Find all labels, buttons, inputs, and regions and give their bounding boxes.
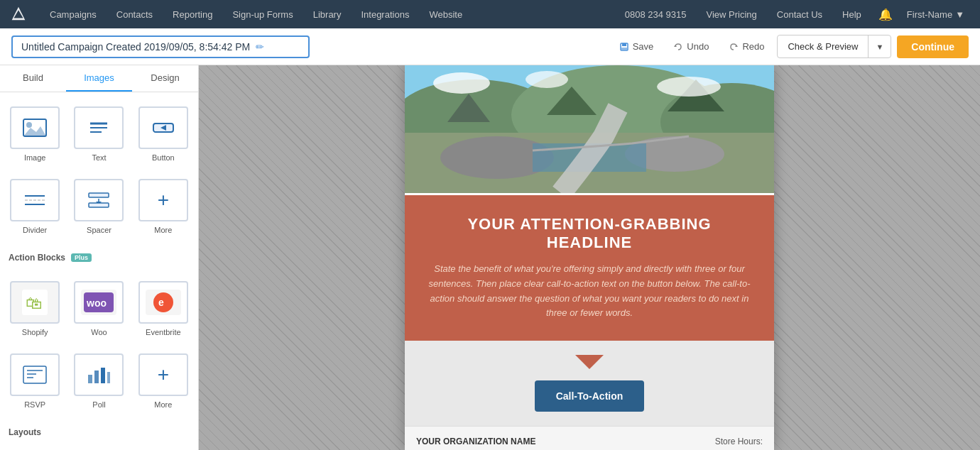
- block-text[interactable]: Text: [67, 98, 131, 170]
- sidebar-tabs: Build Images Design: [0, 65, 198, 92]
- bar-actions: Save Undo Redo Check & Preview ▼ Continu…: [612, 35, 969, 58]
- email-headline-block: YOUR ATTENTION-GRABBING HEADLINE State t…: [405, 195, 774, 341]
- divider-label: Divider: [23, 226, 47, 234]
- save-icon: [619, 42, 629, 52]
- action-blocks-label: Action Blocks: [9, 253, 65, 263]
- rsvp-label: RSVP: [24, 400, 45, 409]
- redo-icon: [729, 42, 739, 52]
- email-footer-block: YOUR ORGANIZATION NAME Store Hours:: [405, 426, 774, 450]
- redo-button[interactable]: Redo: [722, 37, 771, 56]
- image-label: Image: [24, 153, 46, 162]
- block-woo[interactable]: woo Woo: [67, 273, 131, 345]
- nav-right: 0808 234 9315 View Pricing Contact Us He…: [615, 0, 971, 28]
- email-cta-block: Call-To-Action: [405, 341, 774, 426]
- layouts-section: Layouts: [0, 423, 198, 441]
- block-spacer[interactable]: Spacer: [67, 170, 131, 243]
- poll-icon: [74, 353, 124, 396]
- divider-block-icon: [10, 179, 60, 221]
- action-block-grid: 🛍 Shopify woo Woo: [0, 267, 198, 423]
- eventbrite-label: Eventbrite: [146, 328, 181, 336]
- more-label: More: [154, 226, 172, 234]
- text-label: Text: [92, 153, 106, 162]
- nav-phone: 0808 234 9315: [615, 0, 697, 28]
- eventbrite-icon: e: [138, 281, 188, 324]
- user-menu[interactable]: First-Name ▼: [900, 9, 971, 20]
- block-more2[interactable]: + More: [131, 345, 195, 417]
- svg-rect-35: [94, 371, 99, 383]
- cta-button[interactable]: Call-To-Action: [535, 380, 645, 412]
- nav-website[interactable]: Website: [419, 0, 472, 28]
- more2-block-icon: +: [138, 353, 188, 396]
- undo-icon: [673, 42, 683, 52]
- canvas-area: YOUR ATTENTION-GRABBING HEADLINE State t…: [199, 65, 980, 450]
- layouts-label: Layouts: [9, 427, 41, 437]
- tab-design[interactable]: Design: [132, 65, 198, 92]
- nav-signup-forms[interactable]: Sign-up Forms: [222, 0, 303, 28]
- svg-rect-34: [88, 375, 92, 383]
- button-label: Button: [152, 153, 175, 162]
- more2-label: More: [154, 400, 172, 409]
- email-headline-body: State the benefit of what you're offerin…: [426, 262, 753, 321]
- rsvp-icon: [10, 353, 60, 396]
- block-rsvp[interactable]: RSVP: [3, 345, 67, 417]
- woo-icon: woo: [74, 281, 124, 324]
- check-preview-label[interactable]: Check & Preview: [778, 35, 869, 57]
- campaign-bar: Untitled Campaign Created 2019/09/05, 8:…: [0, 28, 980, 65]
- svg-rect-4: [621, 48, 627, 50]
- image-block-icon: [10, 106, 60, 149]
- nav-integrations[interactable]: Integrations: [351, 0, 419, 28]
- cta-arrow: [575, 355, 604, 369]
- check-preview-button[interactable]: Check & Preview ▼: [777, 35, 891, 58]
- email-canvas: YOUR ATTENTION-GRABBING HEADLINE State t…: [405, 65, 774, 450]
- email-headline-title: YOUR ATTENTION-GRABBING HEADLINE: [426, 215, 753, 252]
- block-grid: Image Text: [0, 92, 198, 248]
- save-button[interactable]: Save: [612, 37, 661, 56]
- campaign-title-box: Untitled Campaign Created 2019/09/05, 8:…: [11, 35, 310, 58]
- email-store-hours: Store Hours:: [715, 437, 763, 446]
- svg-rect-30: [23, 366, 46, 383]
- tab-build[interactable]: Build: [0, 65, 66, 92]
- svg-point-50: [526, 71, 568, 88]
- svg-rect-21: [89, 203, 109, 207]
- bell-icon[interactable]: 🔔: [871, 8, 900, 21]
- svg-rect-37: [107, 372, 110, 383]
- block-shopify[interactable]: 🛍 Shopify: [3, 273, 67, 345]
- nav-contacts[interactable]: Contacts: [107, 0, 163, 28]
- svg-rect-3: [622, 43, 626, 46]
- nav-campaigns[interactable]: Campaigns: [40, 0, 107, 28]
- email-hero-image: [405, 65, 774, 195]
- svg-text:woo: woo: [86, 297, 107, 309]
- block-eventbrite[interactable]: e Eventbrite: [131, 273, 195, 345]
- svg-point-51: [657, 77, 721, 97]
- spacer-block-icon: [74, 179, 124, 221]
- chevron-down-icon: ▼: [955, 9, 964, 20]
- campaign-title: Untitled Campaign Created 2019/09/05, 8:…: [21, 41, 250, 53]
- continue-button[interactable]: Continue: [897, 35, 969, 58]
- spacer-label: Spacer: [87, 226, 111, 234]
- svg-point-8: [26, 122, 32, 128]
- svg-text:🛍: 🛍: [26, 294, 42, 312]
- svg-rect-36: [101, 368, 105, 383]
- block-more[interactable]: + More: [131, 170, 195, 243]
- svg-rect-18: [89, 193, 109, 197]
- nav-reporting[interactable]: Reporting: [163, 0, 222, 28]
- logo[interactable]: [9, 4, 28, 26]
- block-button[interactable]: Button: [131, 98, 195, 170]
- nav-contact-us[interactable]: Contact Us: [767, 0, 832, 28]
- nav-library[interactable]: Library: [303, 0, 352, 28]
- undo-button[interactable]: Undo: [666, 37, 716, 56]
- top-navigation: Campaigns Contacts Reporting Sign-up For…: [0, 0, 980, 28]
- block-poll[interactable]: Poll: [67, 345, 131, 417]
- block-image[interactable]: Image: [3, 98, 67, 170]
- more-block-icon: +: [138, 179, 188, 221]
- poll-label: Poll: [92, 400, 105, 409]
- shopify-label: Shopify: [22, 328, 48, 336]
- edit-icon[interactable]: ✏: [256, 41, 264, 53]
- block-divider[interactable]: Divider: [3, 170, 67, 243]
- svg-marker-9: [23, 126, 46, 136]
- tab-images[interactable]: Images: [66, 65, 132, 92]
- main-layout: Build Images Design Image: [0, 65, 980, 450]
- chevron-down-icon[interactable]: ▼: [869, 37, 891, 57]
- nav-view-pricing[interactable]: View Pricing: [696, 0, 766, 28]
- nav-help[interactable]: Help: [832, 0, 871, 28]
